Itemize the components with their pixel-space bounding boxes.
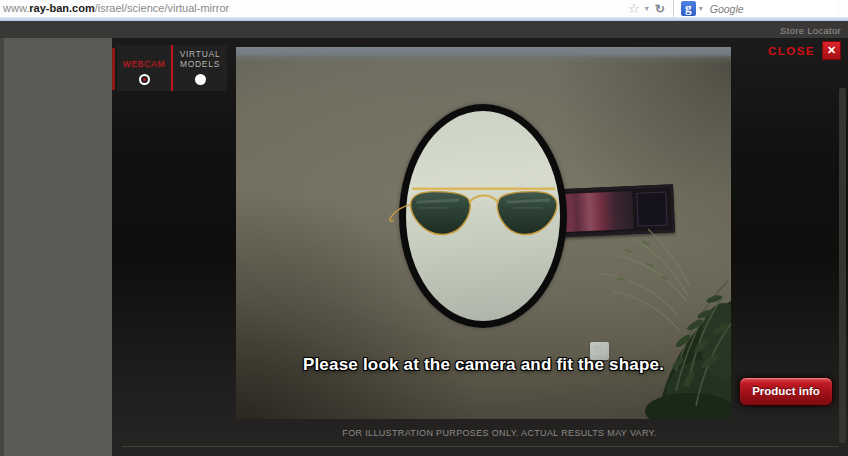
virtual-mirror-modal: WEBCAM VIRTUAL MODELS CLOSE ✕ bbox=[112, 38, 848, 456]
store-locator-link[interactable]: Store Locator bbox=[780, 25, 841, 36]
google-icon[interactable]: g bbox=[681, 1, 696, 16]
scrollbar[interactable] bbox=[839, 88, 846, 443]
browser-toolbar: www.ray-ban.com/israel/science/virtual-m… bbox=[0, 0, 848, 17]
mode-tabs: WEBCAM VIRTUAL MODELS bbox=[117, 45, 227, 91]
product-info-button[interactable]: Product info bbox=[739, 377, 833, 406]
bookmark-star-icon[interactable]: ☆ bbox=[626, 1, 642, 16]
address-bar[interactable]: www.ray-ban.com/israel/science/virtual-m… bbox=[3, 2, 229, 14]
house-plant bbox=[558, 221, 731, 419]
tab-webcam-label: WEBCAM bbox=[123, 60, 165, 70]
tab-virtual-models-label: VIRTUAL MODELS bbox=[180, 50, 221, 69]
red-accent-bar bbox=[112, 48, 115, 90]
close-button-label[interactable]: CLOSE bbox=[768, 45, 815, 57]
webcam-radio[interactable] bbox=[139, 74, 150, 85]
instruction-caption: Please look at the camera and fit the sh… bbox=[236, 355, 731, 375]
tab-virtual-models[interactable]: VIRTUAL MODELS bbox=[173, 45, 227, 91]
url-path: /israel/science/virtual-mirror bbox=[95, 2, 229, 14]
search-engine-dropdown-icon[interactable]: ▾ bbox=[696, 4, 706, 13]
bookmark-dropdown-icon[interactable]: ▾ bbox=[642, 4, 652, 13]
footer-divider bbox=[122, 446, 838, 447]
url-domain: ray-ban.com bbox=[29, 2, 94, 14]
tab-webcam[interactable]: WEBCAM bbox=[117, 45, 171, 91]
url-www: www. bbox=[3, 2, 29, 14]
page-left-edge bbox=[0, 38, 4, 456]
toolbar-controls: ☆ ▾ ↻ g ▾ Google bbox=[626, 0, 835, 17]
search-input[interactable]: g ▾ Google bbox=[673, 0, 835, 17]
virtual-models-radio[interactable] bbox=[195, 74, 206, 85]
disclaimer-text: FOR ILLUSTRATION PURPOSES ONLY. ACTUAL R… bbox=[252, 428, 747, 438]
sunglasses-preview bbox=[386, 182, 564, 245]
search-placeholder: Google bbox=[706, 3, 744, 15]
refresh-icon[interactable]: ↻ bbox=[652, 2, 668, 16]
webcam-video-frame: Please look at the camera and fit the sh… bbox=[236, 47, 731, 419]
toolbar-bottom-edge bbox=[0, 17, 848, 21]
close-icon[interactable]: ✕ bbox=[822, 41, 841, 60]
site-header-bar: Store Locator bbox=[0, 21, 848, 38]
